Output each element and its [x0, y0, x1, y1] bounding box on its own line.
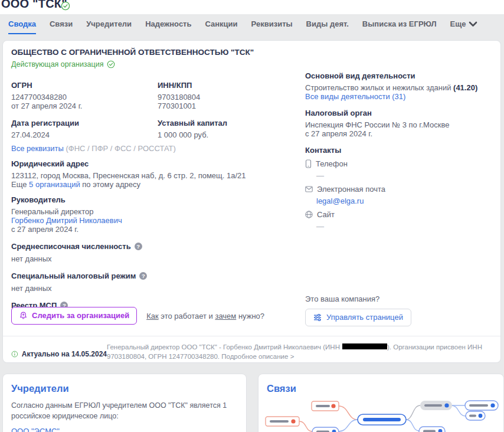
tax-office-field: Налоговый орган Инспекция ФНС России № 3…: [305, 109, 500, 138]
own-company-block: Это ваша компания? Управлять страницей: [305, 294, 411, 326]
legal-address-value: 123112, город Москва, Пресненская наб, д…: [11, 171, 298, 180]
founders-card: Учредители Согласно данным ЕГРЮЛ учредит…: [2, 374, 247, 432]
tab-more-label: Еще: [450, 19, 466, 28]
legal-address-label: Юридический адрес: [11, 159, 298, 168]
how-it-works-link[interactable]: Как: [146, 312, 159, 320]
capital-label: Уставный капитал: [158, 119, 298, 127]
graph-node-red-2: [266, 417, 299, 426]
tab-vidy-deyat[interactable]: Виды деят.: [306, 19, 349, 33]
registry-col-1: ОГРН 1247700348280 от 27 апреля 2024 г. …: [11, 81, 158, 153]
all-requisites-link[interactable]: Все реквизиты: [11, 144, 64, 153]
tab-rekvizity[interactable]: Реквизиты: [251, 19, 293, 33]
inn-kpp-label: ИНН/КПП: [158, 81, 298, 90]
graph-node-blue-bottom-left: [312, 427, 339, 432]
ogrn-field: ОГРН 1247700348280 от 27 апреля 2024 г.: [11, 81, 158, 110]
tax-regime-value: нет данных: [11, 284, 298, 293]
summary-left-column: ОБЩЕСТВО С ОГРАНИЧЕННОЙ ОТВЕТСТВЕННОСТЬЮ…: [11, 48, 298, 322]
tax-office-label: Налоговый орган: [305, 109, 500, 117]
redacted-inn: [342, 343, 387, 349]
sliders-icon: [313, 314, 322, 321]
actuality-date: Актуально на 14.05.2024: [22, 350, 107, 358]
ogrn-value: 1247700348280: [11, 93, 158, 102]
relations-heading-link[interactable]: Связи: [267, 383, 296, 394]
follow-organization-button[interactable]: Следить за организацией: [11, 307, 137, 325]
same-address-orgs-link[interactable]: 5 организаций: [29, 180, 80, 189]
follow-caption-tail: нужно?: [238, 312, 264, 320]
tab-more[interactable]: Еще: [450, 19, 478, 33]
info-icon: [11, 350, 18, 358]
head-name-link[interactable]: Горбенко Дмитрий Николаевич: [11, 216, 122, 225]
headcount-label: Среднесписочная численность: [11, 242, 131, 251]
status-text: Действующая организация: [11, 60, 103, 68]
head-block: Руководитель Генеральный директор Горбен…: [11, 195, 298, 234]
actuality-date-block: Актуально на 14.05.2024: [11, 347, 107, 362]
tab-uchrediteli[interactable]: Учредители: [86, 19, 132, 33]
tab-vypiska-egrul[interactable]: Выписка из ЕГРЮЛ: [362, 19, 437, 33]
graph-node-red-1: [312, 401, 339, 411]
ogrn-label: ОГРН: [11, 81, 158, 90]
company-full-name: ОБЩЕСТВО С ОГРАНИЧЕННОЙ ОТВЕТСТВЕННОСТЬЮ…: [11, 48, 298, 57]
inn-kpp-field: ИНН/КПП 9703180804 770301001: [158, 81, 298, 110]
tab-svodka[interactable]: Сводка: [8, 19, 36, 34]
ogrn-since: от 27 апреля 2024 г.: [11, 102, 158, 110]
full-description-link[interactable]: Подробное описание >: [221, 353, 294, 360]
contacts-label: Контакты: [305, 146, 500, 155]
status-badge: Действующая организация: [11, 60, 298, 68]
legal-address-block: Юридический адрес 123112, город Москва, …: [11, 159, 298, 189]
tax-regime-help-icon[interactable]: [139, 272, 147, 280]
activity-field: Основной вид деятельности Строительство …: [305, 71, 500, 101]
footer-text-before: Генеральный директор ООО "ТСК" - Горбенк…: [107, 343, 340, 351]
tab-nadezhnost[interactable]: Надежность: [145, 19, 191, 33]
head-label: Руководитель: [11, 195, 298, 204]
tax-office-since: с 27 апреля 2024 г.: [305, 129, 500, 138]
graph-node-center: [358, 414, 406, 425]
email-label: Электронная почта: [317, 185, 385, 194]
page-header: ООО "ТСК": [0, 0, 504, 14]
tab-sankcii[interactable]: Санкции: [205, 19, 237, 33]
status-check-icon: [107, 60, 115, 68]
follow-row: Следить за организацией Как это работает…: [11, 307, 264, 325]
phone-label: Телефон: [316, 159, 348, 168]
registry-col-2: ИНН/КПП 9703180804 770301001 Уставный ка…: [158, 81, 298, 153]
tab-svyazi[interactable]: Связи: [50, 19, 73, 33]
graph-node-blue-bottom-right: [419, 427, 445, 432]
tax-regime-label: Специальный налоговый режим: [11, 271, 136, 280]
activity-okved-code: (41.20): [453, 83, 477, 92]
reg-date-value: 27.04.2024: [11, 130, 158, 139]
same-address-suffix: по этому адресу: [82, 180, 140, 189]
all-activities-link[interactable]: Все виды деятельности (31): [305, 92, 405, 101]
capital-value: 1 000 000 руб.: [158, 130, 298, 139]
activity-value-line: Строительство жилых и нежилых зданий (41…: [305, 83, 500, 92]
summary-right-column: Основной вид деятельности Строительство …: [305, 71, 500, 231]
why-needed-link[interactable]: зачем: [215, 312, 236, 320]
chevron-down-icon: [469, 21, 477, 27]
head-since: с 27 апреля 2024 г.: [11, 225, 298, 234]
activity-value: Строительство жилых и нежилых зданий: [305, 83, 451, 92]
tab-bar: Сводка Связи Учредители Надежность Санкц…: [0, 14, 504, 40]
footer-description: Генеральный директор ООО "ТСК" - Горбенк…: [107, 342, 491, 362]
headcount-value: нет данных: [11, 254, 298, 263]
follow-caption-mid: это работает и: [161, 312, 213, 320]
own-company-question: Это ваша компания?: [305, 294, 411, 303]
verified-check-icon: [61, 1, 70, 11]
requisites-line: Все реквизиты (ФНС / ПФР / ФСС / РОССТАТ…: [11, 144, 158, 153]
footer-divider: [3, 336, 500, 336]
headcount-help-icon[interactable]: [135, 243, 142, 250]
graph-node-blue-1: [465, 401, 498, 410]
same-address-line: Еще 5 организаций по этому адресу: [11, 180, 298, 189]
founders-heading-link[interactable]: Учредители: [11, 383, 238, 394]
graph-node-blue-2: [466, 411, 485, 420]
email-value-link[interactable]: legal@elga.ru: [316, 197, 364, 205]
manage-button-label: Управлять страницей: [326, 313, 403, 322]
inn-value: 9703180804: [158, 93, 298, 102]
follow-button-label: Следить за организацией: [32, 311, 129, 320]
founder-company-link[interactable]: ООО "ЭСМС": [11, 427, 60, 432]
site-value: —: [316, 222, 500, 231]
manage-page-button[interactable]: Управлять страницей: [305, 309, 411, 326]
page-title: ООО "ТСК": [1, 0, 67, 11]
site-label: Сайт: [317, 210, 335, 219]
same-address-prefix: Еще: [11, 180, 27, 189]
phone-value: —: [316, 171, 500, 180]
relations-card: Связи: [258, 374, 504, 432]
bell-plus-icon: [19, 311, 28, 320]
